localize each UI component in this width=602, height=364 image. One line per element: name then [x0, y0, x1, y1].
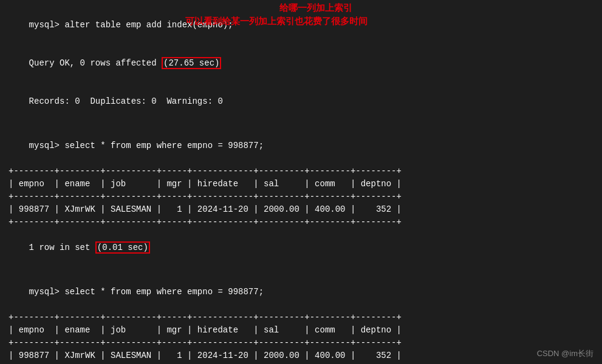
spacer-2 [9, 267, 593, 273]
terminal: 给哪一列加上索引 mysql> alter table emp add inde… [0, 0, 602, 364]
table-row-2: | 998877 | XJmrWK | SALESMAN | 1 | 2024-… [9, 349, 593, 362]
time-highlight-1: (27.65 sec) [162, 57, 221, 69]
row-in-set-1: 1 row in set (0.01 sec) [9, 229, 593, 267]
table-row-1: | 998877 | XJmrWK | SALESMAN | 1 | 2024-… [9, 203, 593, 216]
table-border-top-1: +--------+--------+----------+-----+----… [9, 165, 593, 178]
query-ok-text: Query OK, 0 rows affected [29, 58, 162, 68]
table-border-mid-1: +--------+--------+----------+-----+----… [9, 190, 593, 203]
watermark: CSDN @im长街 [537, 348, 593, 359]
table-header-1: | empno | ename | job | mgr | hiredate |… [9, 178, 593, 190]
cmd-text-3: mysql> select * from emp where empno = 9… [29, 287, 264, 297]
cmd-line-2: mysql> select * from emp where empno = 9… [9, 127, 593, 165]
records-line: Records: 0 Duplicates: 0 Warnings: 0 [9, 83, 593, 121]
table-header-2: | empno | ename | job | mgr | hiredate |… [9, 324, 593, 337]
row-in-set-text-1: 1 row in set [29, 243, 95, 252]
cmd-line-3: mysql> select * from emp where empno = 9… [9, 273, 593, 311]
table-border-top-2: +--------+--------+----------+-----+----… [9, 311, 593, 324]
time-highlight-fast-1: (0.01 sec) [95, 241, 150, 254]
cmd-text-2: mysql> select * from emp where empno = 9… [29, 141, 264, 150]
query-ok-line: Query OK, 0 rows affected (27.65 sec) [9, 44, 593, 83]
records-text: Records: 0 Duplicates: 0 Warnings: 0 [29, 96, 223, 106]
annotation-index: 给哪一列加上索引 [279, 2, 352, 14]
spacer-1 [9, 121, 593, 127]
table-border-bot-1: +--------+--------+----------+-----+----… [9, 216, 593, 229]
table-border-mid-2: +--------+--------+----------+-----+----… [9, 337, 593, 349]
annotation-time: 可以看到给某一列加上索引也花费了很多时间 [185, 16, 368, 27]
